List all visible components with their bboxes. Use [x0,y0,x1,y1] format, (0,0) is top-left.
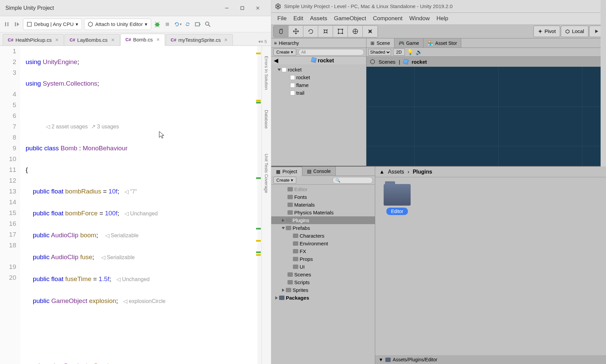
scene-viewport[interactable] [366,67,606,166]
assets-grid[interactable]: Editor [375,177,606,355]
menu-help[interactable]: Help [433,13,452,24]
unity-titlebar: Simple Unity Project - Level - PC, Mac &… [271,0,606,13]
close-icon[interactable]: ✕ [55,37,59,42]
tree-row-plugins[interactable]: Plugins [271,216,375,224]
close-icon[interactable]: ✕ [156,37,160,42]
hierarchy-create-button[interactable]: Create ▾ [273,49,296,56]
run-icon[interactable] [194,20,202,28]
tree-row[interactable]: rocket [271,73,366,81]
svg-rect-3 [15,22,16,26]
scroll-down-icon[interactable]: ▼ [379,357,383,362]
hierarchy-scene-header[interactable]: ◀ rocket [271,57,366,64]
menu-assets[interactable]: Assets [307,13,331,24]
tree-row[interactable]: Fonts [271,193,375,201]
tab-bomb[interactable]: C#Bomb.cs✕ [120,34,165,46]
mouse-cursor [159,131,165,139]
tree-row[interactable]: Props [271,255,375,263]
rotate-tool[interactable] [303,26,318,37]
transform-tool[interactable] [348,26,363,37]
tree-row[interactable]: trail [271,89,366,97]
close-button[interactable] [250,3,266,13]
tree-row[interactable]: rocket [271,66,366,73]
pause-icon[interactable] [3,20,11,28]
coverage-tab[interactable]: Unit Tests Coverage [264,154,269,193]
expand-icon[interactable] [282,227,285,229]
breadcrumb-scenes[interactable]: Scenes [379,59,395,65]
tree-row[interactable]: Prefabs [271,224,375,232]
errors-tab[interactable]: Errors In Solution [264,56,269,90]
breadcrumb-current[interactable]: rocket [412,59,427,65]
tree-row-packages[interactable]: Packages [271,294,375,302]
tree-row[interactable]: Materials [271,201,375,209]
local-toggle[interactable]: Local [561,26,588,37]
minimize-button[interactable] [219,3,235,13]
close-icon[interactable]: ✕ [111,37,115,42]
stop-icon[interactable] [163,20,171,28]
tree-row[interactable]: Characters [271,232,375,240]
hierarchy-search[interactable] [298,49,364,56]
pivot-toggle[interactable]: Pivot [533,26,560,37]
menu-edit[interactable]: Edit [290,13,306,24]
attach-dropdown[interactable]: Attach to Unity Editor ▾ [84,19,151,30]
custom-tool[interactable] [363,26,378,37]
project-tab[interactable]: ▦ Project [271,166,302,176]
scene-tab[interactable]: ⊞ Scene [366,38,394,48]
hand-tool[interactable] [274,26,288,37]
code-content[interactable]: using UnityEngine; using System.Collecti… [20,46,257,364]
refresh-icon[interactable]: ▾ [173,20,182,28]
chevron-down-icon: ▾ [76,21,78,27]
local-icon [565,29,570,34]
audio-icon[interactable]: 🔊 [416,49,422,55]
move-tool[interactable] [288,26,303,37]
back-icon[interactable]: ◀ [274,57,278,64]
menu-window[interactable]: Window [406,13,433,24]
tree-row[interactable]: Scripts [271,278,375,286]
breadcrumb-assets[interactable]: Assets [388,169,404,175]
expand-icon[interactable] [282,219,284,222]
tree-row[interactable]: Environment [271,240,375,247]
code-editor[interactable]: 123 456789101112131415161718 1920 using … [0,46,257,364]
breadcrumb-plugins[interactable]: Plugins [413,169,432,175]
assetstore-tab[interactable]: 🏪 Asset Stor [423,38,462,48]
project-tree: Editor Fonts Materials Physics Materials… [271,185,375,364]
tree-row[interactable]: Editor [271,185,375,193]
hierarchy-tab[interactable]: ≡ Hierarchy [271,38,366,48]
folder-icon [385,358,391,362]
close-icon[interactable]: ✕ [224,37,228,42]
tree-row[interactable]: flame [271,81,366,89]
step-icon[interactable] [13,20,21,28]
project-create-button[interactable]: Create ▾ [273,177,296,184]
rect-tool[interactable] [333,26,348,37]
tree-row[interactable]: UI [271,263,375,271]
maximize-button[interactable] [235,3,250,13]
scroll-up-icon[interactable]: ▲ [379,169,385,175]
assets-panel: ▲ Assets › Plugins Editor ▼ Assets/Plugi… [375,166,606,364]
console-tab[interactable]: ▤ Console [302,166,336,176]
menu-component[interactable]: Component [369,13,406,24]
tab-healthpickup[interactable]: C#HealthPickup.cs✕ [3,34,64,46]
asset-item-editor[interactable]: Editor [382,184,412,348]
config-dropdown[interactable]: Debug | Any CPU ▾ [23,19,82,30]
light-icon[interactable]: 💡 [407,49,414,55]
gameobject-icon [290,75,295,80]
menu-gameobject[interactable]: GameObject [331,13,369,24]
tab-laybombs[interactable]: C#LayBombs.cs✕ [64,34,120,46]
search-icon[interactable] [204,20,212,28]
project-search[interactable] [332,177,373,184]
tree-row[interactable]: Physics Materials [271,209,375,216]
expand-icon[interactable] [275,296,278,300]
tree-row[interactable]: Sprites [271,286,375,294]
tree-row[interactable]: FX [271,247,375,255]
shading-dropdown[interactable]: Shaded [368,49,391,56]
expand-icon[interactable] [282,289,284,292]
tree-row[interactable]: Scenes [271,271,375,278]
database-tab[interactable]: Database [264,110,269,129]
sync-icon[interactable] [184,20,192,28]
2d-toggle[interactable]: 2D [393,49,405,56]
menu-file[interactable]: File [274,13,290,24]
game-tab[interactable]: 🎮 Game [394,38,423,48]
bug-icon[interactable] [153,20,161,28]
scale-tool[interactable] [318,26,333,37]
expand-icon[interactable] [278,68,281,71]
tab-testsprite[interactable]: C#myTestingSprite.cs✕ [166,34,233,46]
